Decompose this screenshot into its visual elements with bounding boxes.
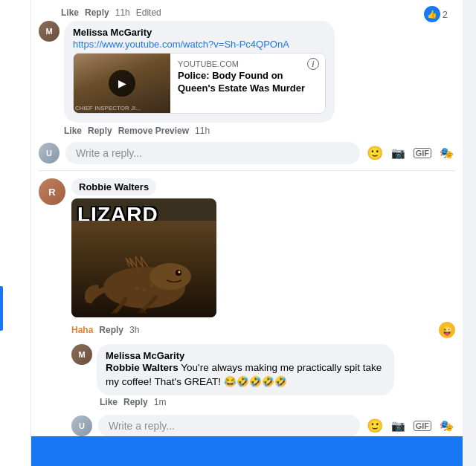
meme-lizard-bg xyxy=(71,221,216,317)
yt-timestamp: 11h xyxy=(195,126,210,136)
melissa-reply-text: Robbie Walters You're always making me p… xyxy=(106,361,385,389)
svg-point-6 xyxy=(158,283,160,285)
robbie-avatar-initials: R xyxy=(48,187,55,198)
svg-point-3 xyxy=(178,271,180,274)
left-sidebar xyxy=(0,0,31,466)
melissa-reply-like[interactable]: Like xyxy=(100,397,118,407)
robbie-content: Robbie Walters LIZARD DOWN xyxy=(71,178,455,440)
melissa-reply-sub-actions: Like Reply 1m xyxy=(97,395,394,410)
yt-remove-preview-action[interactable]: Remove Preview xyxy=(118,126,189,136)
gif-icon-2[interactable]: GIF xyxy=(414,421,431,431)
melissa-avatar-initials: M xyxy=(45,27,52,36)
yt-play-button[interactable]: ▶ xyxy=(109,70,135,97)
melissa-comment-content: Melissa McGarity https://www.youtube.com… xyxy=(64,21,335,123)
reply-avatar-1: U xyxy=(39,143,60,164)
yt-info-icon[interactable]: i xyxy=(307,58,319,70)
robbie-name[interactable]: Robbie Walters xyxy=(71,178,156,195)
melissa-reply-bubble: Melissa McGarity Robbie Walters You're a… xyxy=(97,344,394,395)
reply-placeholder-1: Write a reply... xyxy=(76,147,142,159)
comment-section: Like Reply 11h Edited 👍 2 M Melissa McGa… xyxy=(31,0,463,466)
youtube-link[interactable]: https://www.youtube.com/watch?v=Sh-Pc4QP… xyxy=(73,39,289,50)
yt-title: Police: Body Found on Queen's Estate Was… xyxy=(178,70,318,95)
meme-reactions-left: Haha Reply 3h xyxy=(71,325,139,335)
camera-icon-2[interactable]: 📷 xyxy=(390,417,408,435)
lizard-svg xyxy=(85,232,204,314)
svg-point-7 xyxy=(135,287,138,290)
melissa-avatar: M xyxy=(39,21,60,42)
melissa-reply-comment: M Melissa McGarity Robbie Walters You're… xyxy=(71,344,455,410)
reply-avatar-initials-1: U xyxy=(46,149,52,158)
camera-icon-1[interactable]: 📷 xyxy=(390,144,408,162)
melissa-comment-row: M Melissa McGarity https://www.youtube.c… xyxy=(39,21,455,123)
melissa-comment-bubble: Melissa McGarity https://www.youtube.com… xyxy=(64,21,335,123)
meme-reaction-emoji: 😜 xyxy=(439,322,455,338)
reply-placeholder-2: Write a reply... xyxy=(109,420,175,432)
meme-timestamp: 3h xyxy=(129,325,139,335)
yt-thumbnail-label: CHIEF INSPECTOR JI... xyxy=(75,105,141,111)
main-content: Like Reply 11h Edited 👍 2 M Melissa McGa… xyxy=(31,0,463,466)
svg-point-4 xyxy=(150,284,153,287)
melissa-reply-avatar: M xyxy=(71,344,92,365)
yt-like-action[interactable]: Like xyxy=(64,126,82,136)
sticker-icon-1[interactable]: 🎭 xyxy=(437,144,455,162)
like-action[interactable]: Like xyxy=(61,7,79,18)
melissa-reply-author[interactable]: Melissa McGarity xyxy=(106,350,385,361)
timestamp: 11h xyxy=(115,7,130,18)
reply-icons-2: 🙂 📷 GIF 🎭 xyxy=(366,417,455,435)
robbie-avatar: R xyxy=(39,178,65,205)
yt-thumbnail: ▶ CHIEF INSPECTOR JI... xyxy=(74,54,170,113)
gif-icon-1[interactable]: GIF xyxy=(414,148,431,158)
reply-avatar-2: U xyxy=(71,415,92,436)
reaction-badge: 👍 2 xyxy=(424,6,448,22)
reply-avatar-initials-2: U xyxy=(79,421,85,430)
melissa-name[interactable]: Melissa McGarity xyxy=(73,27,326,38)
yt-source: YOUTUBE.COM xyxy=(178,59,318,68)
melissa-reply-content: Melissa McGarity Robbie Walters You're a… xyxy=(97,344,394,410)
robbie-comment-row: R Robbie Walters LIZARD DOWN xyxy=(39,178,455,440)
yt-reply-action[interactable]: Reply xyxy=(88,126,112,136)
svg-point-5 xyxy=(143,288,146,291)
yt-comment-sub-actions: Like Reply Remove Preview 11h xyxy=(39,124,455,139)
sidebar-blue-bar xyxy=(0,286,3,331)
taskbar xyxy=(31,436,463,466)
emoji-icon-1[interactable]: 🙂 xyxy=(366,144,384,162)
right-sidebar xyxy=(463,0,476,466)
youtube-card[interactable]: ▶ CHIEF INSPECTOR JI... YOUTUBE.COM Poli… xyxy=(73,53,326,114)
meme-reply-action[interactable]: Reply xyxy=(99,325,123,335)
edited-label: Edited xyxy=(136,7,161,18)
reply-icons-1: 🙂 📷 GIF 🎭 xyxy=(366,144,455,162)
page-wrapper: Like Reply 11h Edited 👍 2 M Melissa McGa… xyxy=(0,0,476,466)
reply-input-2[interactable]: Write a reply... xyxy=(98,415,360,437)
reply-input-1[interactable]: Write a reply... xyxy=(65,142,360,164)
sticker-icon-2[interactable]: 🎭 xyxy=(437,417,455,435)
melissa-youtube-actions-top: Like Reply 11h Edited 👍 2 xyxy=(39,6,455,21)
reply-action[interactable]: Reply xyxy=(85,7,109,18)
melissa-reply-reply[interactable]: Reply xyxy=(123,397,148,407)
melissa-reply-avatar-initials: M xyxy=(78,350,85,359)
svg-point-1 xyxy=(149,263,191,290)
yt-card-content: ▶ CHIEF INSPECTOR JI... YOUTUBE.COM Poli… xyxy=(74,54,325,113)
haha-action[interactable]: Haha xyxy=(71,325,93,335)
yt-info: YOUTUBE.COM Police: Body Found on Queen'… xyxy=(170,54,325,101)
lizard-down-meme[interactable]: LIZARD DOWN xyxy=(71,198,216,317)
robbie-mention[interactable]: Robbie Walters xyxy=(106,362,178,373)
emoji-icon-2[interactable]: 🙂 xyxy=(366,417,384,435)
melissa-reply-timestamp: 1m xyxy=(154,397,167,407)
like-reaction-icon: 👍 xyxy=(424,6,440,22)
reply-input-row-1: U Write a reply... 🙂 📷 GIF 🎭 xyxy=(39,139,455,167)
meme-reaction-bar: Haha Reply 3h 😜 xyxy=(71,320,455,340)
divider-1 xyxy=(39,170,455,171)
reaction-count: 2 xyxy=(443,9,448,20)
